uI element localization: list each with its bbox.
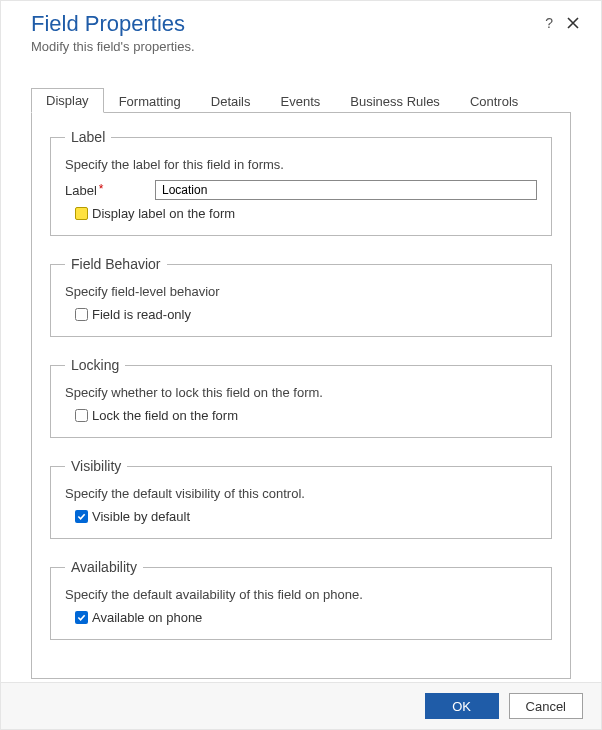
available-label: Available on phone: [92, 610, 202, 625]
group-label-desc: Specify the label for this field in form…: [65, 157, 537, 172]
group-locking: Locking Specify whether to lock this fie…: [50, 357, 552, 438]
group-visibility: Visibility Specify the default visibilit…: [50, 458, 552, 539]
display-label-on-form-label: Display label on the form: [92, 206, 235, 221]
group-visibility-legend: Visibility: [65, 458, 127, 474]
tab-formatting[interactable]: Formatting: [104, 89, 196, 113]
label-input[interactable]: [155, 180, 537, 200]
group-label-legend: Label: [65, 129, 111, 145]
group-locking-legend: Locking: [65, 357, 125, 373]
tab-details[interactable]: Details: [196, 89, 266, 113]
lock-checkbox[interactable]: [75, 409, 88, 422]
help-icon[interactable]: ?: [545, 15, 553, 31]
available-row: Available on phone: [65, 610, 537, 625]
dialog-header: Field Properties Modify this field's pro…: [1, 1, 601, 58]
group-behavior-legend: Field Behavior: [65, 256, 167, 272]
group-behavior: Field Behavior Specify field-level behav…: [50, 256, 552, 337]
group-locking-desc: Specify whether to lock this field on th…: [65, 385, 537, 400]
group-availability-desc: Specify the default availability of this…: [65, 587, 537, 602]
group-availability: Availability Specify the default availab…: [50, 559, 552, 640]
field-properties-dialog: Field Properties Modify this field's pro…: [0, 0, 602, 730]
tab-panel-display: Label Specify the label for this field i…: [31, 112, 571, 679]
display-label-on-form-row: Display label on the form: [65, 206, 537, 221]
visible-checkbox[interactable]: [75, 510, 88, 523]
label-field-label: Label*: [65, 183, 155, 198]
tab-display[interactable]: Display: [31, 88, 104, 113]
available-checkbox[interactable]: [75, 611, 88, 624]
tabs-row: Display Formatting Details Events Busine…: [31, 86, 571, 112]
tab-controls[interactable]: Controls: [455, 89, 533, 113]
visible-label: Visible by default: [92, 509, 190, 524]
readonly-checkbox[interactable]: [75, 308, 88, 321]
dialog-body: Display Formatting Details Events Busine…: [1, 58, 601, 682]
group-label: Label Specify the label for this field i…: [50, 129, 552, 236]
readonly-row: Field is read-only: [65, 307, 537, 322]
group-behavior-desc: Specify field-level behavior: [65, 284, 537, 299]
ok-button[interactable]: OK: [425, 693, 499, 719]
dialog-title: Field Properties: [31, 11, 571, 37]
display-label-on-form-checkbox[interactable]: [75, 207, 88, 220]
tab-business-rules[interactable]: Business Rules: [335, 89, 455, 113]
dialog-subtitle: Modify this field's properties.: [31, 39, 571, 54]
dialog-footer: OK Cancel: [1, 682, 601, 729]
group-visibility-desc: Specify the default visibility of this c…: [65, 486, 537, 501]
cancel-button[interactable]: Cancel: [509, 693, 583, 719]
tab-events[interactable]: Events: [266, 89, 336, 113]
close-icon[interactable]: [567, 17, 579, 29]
lock-row: Lock the field on the form: [65, 408, 537, 423]
label-row: Label*: [65, 180, 537, 200]
group-availability-legend: Availability: [65, 559, 143, 575]
visible-row: Visible by default: [65, 509, 537, 524]
lock-label: Lock the field on the form: [92, 408, 238, 423]
readonly-label: Field is read-only: [92, 307, 191, 322]
header-controls: ?: [545, 15, 579, 31]
